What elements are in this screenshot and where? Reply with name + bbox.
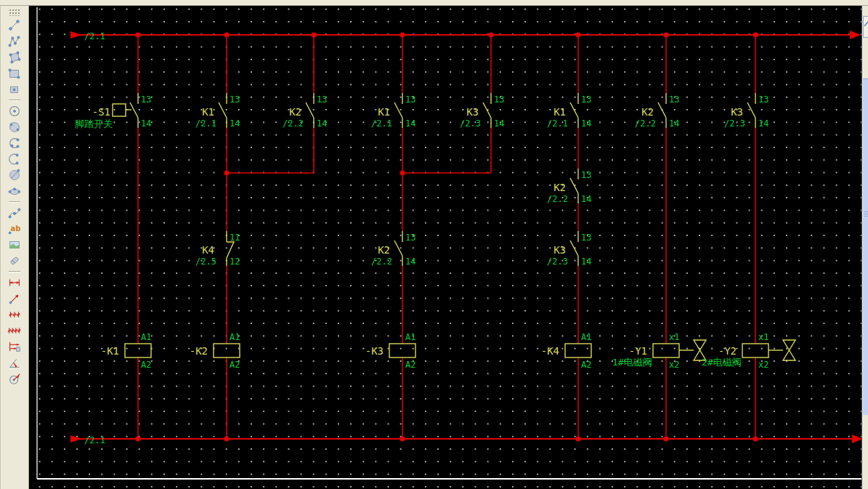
pin-number: A2 (405, 360, 415, 370)
pin-number: 13 (758, 94, 768, 105)
coil-box (742, 344, 768, 357)
pin-number: 14 (494, 118, 504, 129)
pin-number: 12 (230, 256, 240, 267)
component-tag: K2 (641, 106, 654, 118)
component-tag: K3 (553, 244, 566, 256)
cross-reference: /2.3 (460, 118, 481, 129)
coil-k1[interactable]: -K1A1A2 (101, 332, 152, 370)
contact-k3[interactable]: K3/2.31314 (460, 93, 504, 129)
contact-s1[interactable]: -S1脚踏开关1314 (75, 93, 151, 129)
contact-k1[interactable]: K1/2.11314 (371, 93, 415, 129)
component-description: 脚踏开关 (75, 118, 113, 129)
pin-number: A1 (230, 332, 240, 342)
contact-k1[interactable]: K1/2.11314 (547, 93, 591, 129)
component-tag: K4 (202, 244, 214, 256)
coil-k3[interactable]: -K3A1A2 (365, 332, 416, 370)
component-tag: -Y1 (629, 345, 647, 357)
schematic-drawing: /2.1/2.1-S1脚踏开关1314K1/2.11314K2/2.21314K… (0, 0, 868, 489)
contact-k2[interactable]: K2/2.21314 (283, 93, 327, 129)
pin-number: 13 (669, 94, 679, 105)
pin-number: A1 (581, 332, 591, 342)
cross-reference: /2.2 (371, 256, 392, 267)
bus-arrow-left (70, 31, 82, 39)
coil-box (653, 344, 679, 357)
component-tag: K2 (378, 244, 390, 256)
coil-y2[interactable]: -Y22#电磁阀x1x2 (702, 332, 795, 370)
schematic-canvas[interactable]: /2.1/2.1-S1脚踏开关1314K1/2.11314K2/2.21314K… (29, 6, 861, 489)
component-tag: K1 (202, 106, 214, 118)
pin-number: 13 (230, 94, 240, 105)
pin-number: 14 (317, 118, 327, 129)
bus-arrow-left (70, 435, 82, 442)
component-tag: -Y2 (718, 345, 737, 357)
pin-number: A2 (230, 360, 240, 370)
pin-number: 14 (405, 256, 415, 267)
pin-number: 13 (405, 94, 415, 105)
contact-k3[interactable]: K3/2.31314 (724, 93, 768, 129)
cross-reference: /2.2 (547, 194, 568, 204)
pin-number: 11 (230, 233, 240, 243)
component-tag: -K1 (101, 345, 119, 357)
component-description: 2#电磁阀 (702, 357, 742, 368)
coil-k4[interactable]: -K4A1A2 (541, 332, 592, 370)
component-tag: K2 (553, 182, 566, 193)
cross-reference: /2.2 (635, 118, 656, 129)
component-tag: -S1 (92, 106, 110, 118)
pin-number: x2 (758, 360, 768, 370)
pin-number: 14 (230, 118, 240, 129)
cross-reference: /2.1 (547, 118, 568, 129)
coil-k2[interactable]: -K2A1A2 (190, 332, 240, 370)
pin-number: 14 (581, 118, 591, 129)
cross-reference: /2.5 (195, 256, 216, 267)
pin-number: A2 (141, 360, 151, 370)
coil-box (389, 344, 415, 357)
component-tag: K1 (378, 106, 390, 118)
pin-number: 14 (141, 118, 151, 129)
cross-reference: /2.3 (724, 118, 745, 129)
junction-dot (224, 171, 230, 176)
cross-reference: /2.1 (371, 118, 392, 129)
component-tag: K3 (466, 106, 479, 118)
pin-number: 13 (405, 233, 415, 243)
contact-k4[interactable]: K4/2.51112 (195, 231, 240, 267)
pin-number: 14 (405, 118, 415, 129)
bus-reference-label: /2.1 (84, 31, 105, 41)
pin-number: 13 (317, 94, 327, 105)
pin-number: 14 (581, 194, 591, 204)
pin-number: x1 (758, 332, 768, 342)
pin-number: A1 (141, 332, 151, 342)
cross-reference: /2.3 (547, 256, 568, 267)
contact-k1[interactable]: K1/2.11314 (195, 93, 240, 129)
pin-number: x2 (669, 360, 679, 370)
pin-number: 13 (581, 233, 591, 243)
pin-number: x1 (669, 332, 679, 342)
cross-reference: /2.2 (283, 118, 304, 129)
clipped-toolbar-button[interactable] (863, 16, 868, 38)
pin-number: A2 (581, 360, 591, 370)
pin-number: 13 (581, 170, 591, 180)
valve-symbol (783, 340, 795, 360)
component-tag: -K4 (541, 345, 559, 357)
component-tag: -K2 (190, 345, 208, 357)
wires[interactable]: /2.1/2.1 (70, 31, 863, 445)
contact-k2[interactable]: K2/2.21314 (371, 231, 415, 267)
pin-number: 14 (581, 256, 591, 267)
contact-k2[interactable]: K2/2.21314 (547, 169, 591, 204)
contact-k2[interactable]: K2/2.21314 (635, 93, 679, 129)
pin-number: A1 (405, 332, 415, 342)
right-dock-strip (861, 6, 868, 489)
bus-reference-label: /2.1 (84, 435, 105, 445)
contact-k3[interactable]: K3/2.31314 (547, 231, 591, 267)
clipped-tool-icon (864, 19, 868, 28)
pin-number: 14 (758, 118, 768, 129)
right-scrollbar[interactable] (863, 78, 868, 415)
component-tag: K3 (731, 106, 743, 118)
coil-box (565, 344, 591, 357)
pin-number: 14 (669, 118, 679, 129)
pin-number: 13 (141, 94, 151, 105)
scrollbar-grip[interactable] (864, 211, 868, 212)
coil-y1[interactable]: -Y11#电磁阀x1x2 (612, 332, 706, 370)
component-tag: K1 (553, 106, 566, 118)
component-tag: -K3 (365, 345, 384, 357)
cross-reference: /2.1 (195, 118, 216, 129)
